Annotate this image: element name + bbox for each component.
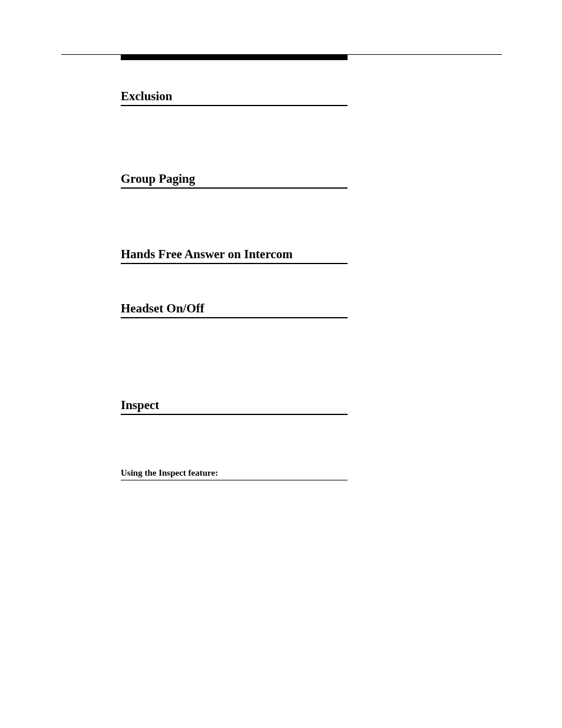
heading-inspect: Inspect: [121, 398, 348, 415]
heading-hands-free-answer: Hands Free Answer on Intercom: [121, 247, 348, 264]
heading-exclusion: Exclusion: [121, 89, 348, 106]
subheading-using-inspect: Using the Inspect feature:: [121, 467, 348, 480]
heading-headset-on-off: Headset On/Off: [121, 301, 348, 318]
header-rule-thick: [121, 54, 348, 60]
document-page: Exclusion Group Paging Hands Free Answer…: [0, 0, 562, 728]
heading-group-paging: Group Paging: [121, 172, 348, 189]
